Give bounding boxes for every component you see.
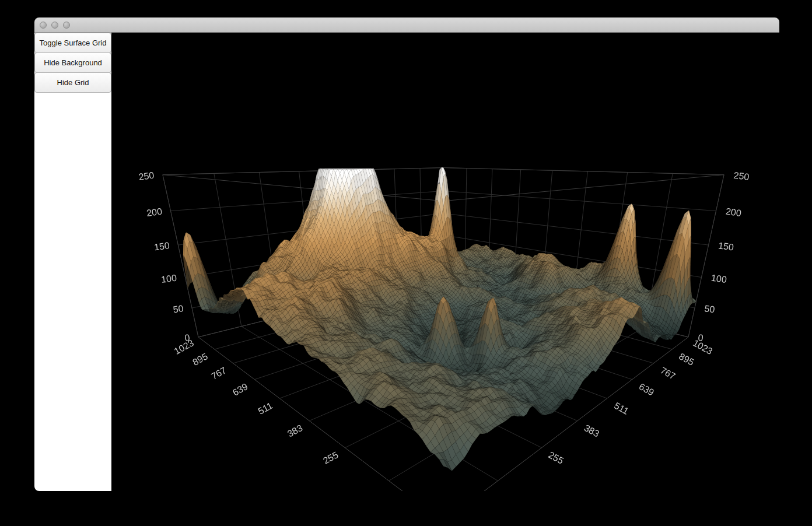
desktop-background: Toggle Surface Grid Hide Background Hide… [0, 0, 812, 526]
hide-grid-button[interactable]: Hide Grid [34, 72, 111, 93]
window-titlebar[interactable] [34, 17, 779, 33]
window-zoom-button[interactable] [63, 22, 70, 29]
toggle-surface-grid-button[interactable]: Toggle Surface Grid [34, 33, 111, 53]
surface-plot-canvas[interactable] [111, 33, 779, 491]
hide-background-button[interactable]: Hide Background [34, 52, 111, 73]
sidebar: Toggle Surface Grid Hide Background Hide… [34, 33, 111, 491]
window-minimize-button[interactable] [51, 22, 58, 29]
plot-area [111, 33, 779, 491]
window-close-button[interactable] [40, 22, 47, 29]
app-window: Toggle Surface Grid Hide Background Hide… [34, 17, 779, 491]
window-content: Toggle Surface Grid Hide Background Hide… [34, 33, 779, 491]
